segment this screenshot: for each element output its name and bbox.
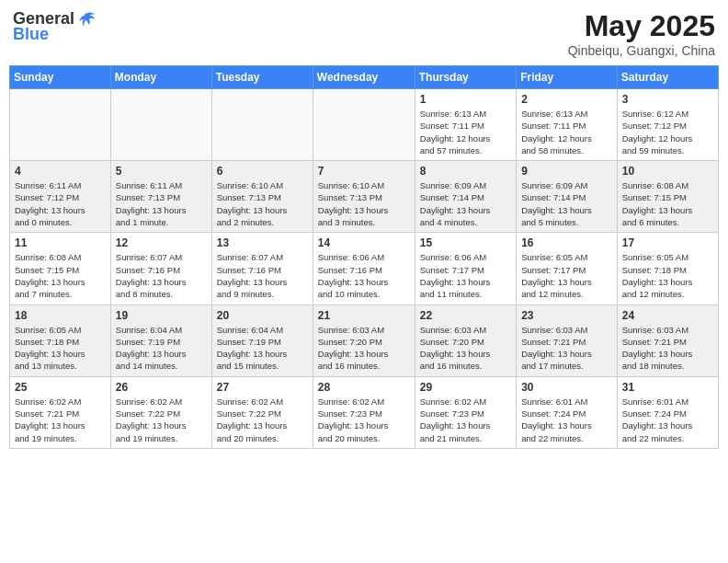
day-number: 1	[420, 93, 511, 106]
day-info: Sunrise: 6:06 AMSunset: 7:17 PMDaylight:…	[420, 251, 511, 300]
calendar-day-cell: 19Sunrise: 6:04 AMSunset: 7:19 PMDayligh…	[110, 304, 211, 376]
day-number: 7	[318, 165, 410, 178]
day-number: 13	[217, 236, 308, 249]
calendar-week-row: 1Sunrise: 6:13 AMSunset: 7:11 PMDaylight…	[10, 89, 719, 161]
calendar-day-cell: 20Sunrise: 6:04 AMSunset: 7:19 PMDayligh…	[211, 304, 313, 376]
day-number: 4	[15, 165, 106, 178]
day-number: 9	[521, 165, 612, 178]
day-info: Sunrise: 6:01 AMSunset: 7:24 PMDaylight:…	[521, 396, 612, 444]
day-number: 11	[15, 236, 106, 249]
day-number: 28	[318, 381, 410, 394]
day-info: Sunrise: 6:07 AMSunset: 7:16 PMDaylight:…	[116, 251, 207, 300]
day-number: 12	[116, 236, 207, 249]
day-info: Sunrise: 6:03 AMSunset: 7:21 PMDaylight:…	[622, 324, 713, 373]
day-number: 15	[420, 236, 511, 249]
page-header: General Blue May 2025 Qinbeiqu, Guangxi,…	[9, 9, 719, 58]
calendar-day-cell: 25Sunrise: 6:02 AMSunset: 7:21 PMDayligh…	[10, 376, 111, 448]
day-info: Sunrise: 6:05 AMSunset: 7:17 PMDaylight:…	[521, 251, 612, 300]
calendar-day-cell: 11Sunrise: 6:08 AMSunset: 7:15 PMDayligh…	[10, 233, 111, 304]
day-number: 23	[521, 309, 612, 322]
day-info: Sunrise: 6:09 AMSunset: 7:14 PMDaylight:…	[420, 179, 511, 228]
calendar-week-row: 25Sunrise: 6:02 AMSunset: 7:21 PMDayligh…	[10, 376, 719, 448]
location: Qinbeiqu, Guangxi, China	[568, 43, 715, 58]
calendar-day-cell	[110, 89, 211, 161]
calendar-day-cell: 30Sunrise: 6:01 AMSunset: 7:24 PMDayligh…	[517, 376, 618, 448]
day-info: Sunrise: 6:02 AMSunset: 7:22 PMDaylight:…	[217, 396, 308, 444]
weekday-header-tuesday: Tuesday	[211, 66, 313, 89]
day-number: 30	[521, 381, 612, 394]
day-info: Sunrise: 6:03 AMSunset: 7:20 PMDaylight:…	[420, 324, 511, 373]
day-number: 29	[420, 381, 511, 394]
day-number: 3	[622, 93, 713, 106]
calendar-day-cell: 16Sunrise: 6:05 AMSunset: 7:17 PMDayligh…	[517, 233, 618, 304]
calendar-day-cell: 1Sunrise: 6:13 AMSunset: 7:11 PMDaylight…	[415, 89, 516, 161]
calendar-week-row: 18Sunrise: 6:05 AMSunset: 7:18 PMDayligh…	[10, 304, 719, 376]
day-info: Sunrise: 6:02 AMSunset: 7:23 PMDaylight:…	[420, 396, 511, 444]
logo-bird-icon	[78, 10, 97, 29]
day-info: Sunrise: 6:02 AMSunset: 7:22 PMDaylight:…	[116, 396, 207, 444]
calendar-day-cell: 27Sunrise: 6:02 AMSunset: 7:22 PMDayligh…	[211, 376, 313, 448]
day-number: 10	[622, 165, 713, 178]
calendar-day-cell: 31Sunrise: 6:01 AMSunset: 7:24 PMDayligh…	[617, 376, 718, 448]
day-number: 20	[217, 309, 308, 322]
day-info: Sunrise: 6:01 AMSunset: 7:24 PMDaylight:…	[622, 396, 713, 444]
calendar-day-cell: 4Sunrise: 6:11 AMSunset: 7:12 PMDaylight…	[10, 161, 111, 233]
calendar-day-cell: 18Sunrise: 6:05 AMSunset: 7:18 PMDayligh…	[10, 304, 111, 376]
calendar-day-cell: 3Sunrise: 6:12 AMSunset: 7:12 PMDaylight…	[617, 89, 718, 161]
day-info: Sunrise: 6:08 AMSunset: 7:15 PMDaylight:…	[622, 179, 713, 228]
day-number: 27	[217, 381, 308, 394]
day-info: Sunrise: 6:04 AMSunset: 7:19 PMDaylight:…	[217, 324, 308, 373]
title-block: May 2025 Qinbeiqu, Guangxi, China	[568, 9, 715, 58]
day-number: 5	[116, 165, 207, 178]
day-number: 6	[217, 165, 308, 178]
calendar-day-cell: 14Sunrise: 6:06 AMSunset: 7:16 PMDayligh…	[313, 233, 415, 304]
calendar-week-row: 4Sunrise: 6:11 AMSunset: 7:12 PMDaylight…	[10, 161, 719, 233]
calendar-day-cell: 5Sunrise: 6:11 AMSunset: 7:13 PMDaylight…	[110, 161, 211, 233]
day-number: 18	[15, 309, 106, 322]
day-info: Sunrise: 6:10 AMSunset: 7:13 PMDaylight:…	[318, 179, 410, 228]
calendar-day-cell: 24Sunrise: 6:03 AMSunset: 7:21 PMDayligh…	[617, 304, 718, 376]
calendar-day-cell: 28Sunrise: 6:02 AMSunset: 7:23 PMDayligh…	[313, 376, 415, 448]
day-info: Sunrise: 6:06 AMSunset: 7:16 PMDaylight:…	[318, 251, 410, 300]
day-number: 31	[622, 381, 713, 394]
day-info: Sunrise: 6:11 AMSunset: 7:13 PMDaylight:…	[116, 179, 207, 228]
day-info: Sunrise: 6:04 AMSunset: 7:19 PMDaylight:…	[116, 324, 207, 373]
day-number: 2	[521, 93, 612, 106]
calendar-day-cell: 15Sunrise: 6:06 AMSunset: 7:17 PMDayligh…	[415, 233, 516, 304]
calendar-day-cell: 29Sunrise: 6:02 AMSunset: 7:23 PMDayligh…	[415, 376, 516, 448]
weekday-header-thursday: Thursday	[415, 66, 516, 89]
logo-blue-text: Blue	[13, 25, 49, 44]
weekday-header-row: SundayMondayTuesdayWednesdayThursdayFrid…	[10, 66, 719, 89]
month-year: May 2025	[568, 9, 715, 43]
day-number: 22	[420, 309, 511, 322]
calendar-day-cell	[313, 89, 415, 161]
calendar-day-cell: 22Sunrise: 6:03 AMSunset: 7:20 PMDayligh…	[415, 304, 516, 376]
day-info: Sunrise: 6:02 AMSunset: 7:21 PMDaylight:…	[15, 396, 106, 444]
calendar-day-cell: 9Sunrise: 6:09 AMSunset: 7:14 PMDaylight…	[517, 161, 618, 233]
calendar-day-cell: 8Sunrise: 6:09 AMSunset: 7:14 PMDaylight…	[415, 161, 516, 233]
calendar-day-cell	[211, 89, 313, 161]
calendar-day-cell: 21Sunrise: 6:03 AMSunset: 7:20 PMDayligh…	[313, 304, 415, 376]
day-info: Sunrise: 6:13 AMSunset: 7:11 PMDaylight:…	[521, 108, 612, 156]
day-info: Sunrise: 6:07 AMSunset: 7:16 PMDaylight:…	[217, 251, 308, 300]
day-number: 24	[622, 309, 713, 322]
calendar-day-cell: 10Sunrise: 6:08 AMSunset: 7:15 PMDayligh…	[617, 161, 718, 233]
weekday-header-monday: Monday	[110, 66, 211, 89]
day-info: Sunrise: 6:03 AMSunset: 7:20 PMDaylight:…	[318, 324, 410, 373]
day-info: Sunrise: 6:05 AMSunset: 7:18 PMDaylight:…	[622, 251, 713, 300]
day-number: 26	[116, 381, 207, 394]
calendar-day-cell: 26Sunrise: 6:02 AMSunset: 7:22 PMDayligh…	[110, 376, 211, 448]
calendar-day-cell: 12Sunrise: 6:07 AMSunset: 7:16 PMDayligh…	[110, 233, 211, 304]
day-info: Sunrise: 6:13 AMSunset: 7:11 PMDaylight:…	[420, 108, 511, 156]
day-number: 19	[116, 309, 207, 322]
day-info: Sunrise: 6:10 AMSunset: 7:13 PMDaylight:…	[217, 179, 308, 228]
weekday-header-saturday: Saturday	[617, 66, 718, 89]
day-info: Sunrise: 6:05 AMSunset: 7:18 PMDaylight:…	[15, 324, 106, 373]
day-info: Sunrise: 6:08 AMSunset: 7:15 PMDaylight:…	[15, 251, 106, 300]
day-number: 14	[318, 236, 410, 249]
calendar-day-cell: 17Sunrise: 6:05 AMSunset: 7:18 PMDayligh…	[617, 233, 718, 304]
calendar-day-cell: 2Sunrise: 6:13 AMSunset: 7:11 PMDaylight…	[517, 89, 618, 161]
weekday-header-friday: Friday	[517, 66, 618, 89]
day-info: Sunrise: 6:03 AMSunset: 7:21 PMDaylight:…	[521, 324, 612, 373]
weekday-header-sunday: Sunday	[10, 66, 111, 89]
